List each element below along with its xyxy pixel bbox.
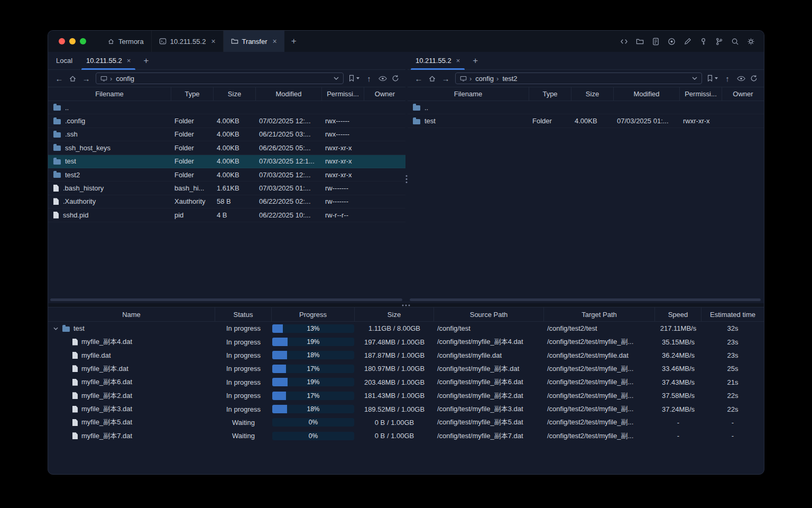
column-permissions[interactable]: Permissi...	[322, 87, 364, 101]
transfer-row[interactable]: myfile_副本2.dat In progress 17% 181.43MB …	[48, 389, 764, 402]
file-row[interactable]: .Xauthority Xauthority 58 B 06/22/2025 0…	[48, 195, 405, 208]
file-row[interactable]: ..	[408, 101, 764, 114]
column-size[interactable]: Size	[571, 87, 614, 101]
file-row[interactable]: test Folder 4.00KB 07/03/2025 01:... rwx…	[408, 114, 764, 128]
close-tab-icon[interactable]: ×	[456, 57, 460, 65]
column-name[interactable]: Name	[48, 307, 215, 321]
log-icon[interactable]	[651, 37, 660, 46]
folder-icon[interactable]	[635, 37, 644, 46]
column-type[interactable]: Type	[529, 87, 571, 101]
settings-icon[interactable]	[746, 37, 755, 46]
refresh-button[interactable]	[750, 75, 758, 82]
file-size: 4.00KB	[214, 171, 256, 179]
forward-button[interactable]: →	[81, 75, 91, 83]
bookmark-button[interactable]	[348, 75, 359, 82]
minimize-window-button[interactable]	[69, 38, 76, 44]
column-source-path[interactable]: Source Path	[434, 307, 544, 321]
close-window-button[interactable]	[59, 38, 65, 44]
column-speed[interactable]: Speed	[655, 307, 702, 321]
column-progress[interactable]: Progress	[272, 307, 355, 321]
transfer-name: test	[73, 324, 85, 332]
parent-directory-button[interactable]: ↑	[364, 75, 374, 83]
transfer-row[interactable]: test In progress 13% 1.11GB / 8.00GB /co…	[48, 322, 764, 335]
file-size: 4.00KB	[571, 117, 614, 125]
back-button[interactable]: ←	[54, 75, 64, 83]
file-row[interactable]: sshd.pid pid 4 B 06/22/2025 10:... rw-r-…	[48, 208, 405, 222]
zoom-window-button[interactable]	[80, 38, 86, 44]
file-row[interactable]: ssh_host_keys Folder 4.00KB 06/26/2025 0…	[48, 141, 405, 155]
file-row[interactable]: ..	[48, 101, 405, 114]
show-hidden-files-button[interactable]	[379, 76, 387, 81]
forward-button[interactable]: →	[441, 75, 450, 83]
tab-transfer[interactable]: Transfer ×	[224, 31, 284, 52]
file-type: Folder	[171, 117, 214, 125]
file-row[interactable]: test2 Folder 4.00KB 07/03/2025 12:... rw…	[48, 168, 405, 182]
file-icon	[72, 339, 78, 346]
file-row[interactable]: .bash_history bash_hi... 1.61KB 07/03/20…	[48, 182, 405, 195]
close-tab-icon[interactable]: ×	[127, 57, 131, 65]
tab-remote-host[interactable]: 10.211.55.2 ×	[409, 52, 467, 69]
transfer-splitter[interactable]	[48, 303, 764, 307]
parent-directory-button[interactable]: ↑	[723, 75, 732, 83]
file-row-selected[interactable]: test Folder 4.00KB 07/03/2025 12:1... rw…	[48, 155, 405, 168]
transfer-row[interactable]: myfile_副本3.dat In progress 18% 189.52MB …	[48, 402, 764, 415]
transfer-row[interactable]: myfile_副本7.dat Waiting 0% 0 B / 1.00GB /…	[48, 429, 764, 442]
column-owner[interactable]: Owner	[722, 87, 764, 101]
tab-local[interactable]: Local	[49, 52, 79, 69]
transfer-row[interactable]: myfile_副本4.dat In progress 19% 197.48MB …	[48, 335, 764, 348]
column-owner[interactable]: Owner	[364, 87, 405, 101]
chevron-down-icon[interactable]	[334, 77, 339, 80]
record-icon[interactable]	[667, 37, 676, 46]
bookmark-button[interactable]	[707, 75, 718, 82]
path-bar[interactable]: config	[96, 72, 344, 84]
code-icon[interactable]	[620, 37, 629, 46]
search-icon[interactable]	[731, 37, 740, 46]
show-hidden-files-button[interactable]	[737, 76, 745, 81]
column-type[interactable]: Type	[171, 87, 214, 101]
back-button[interactable]: ←	[414, 75, 423, 83]
collapse-chevron-icon[interactable]	[52, 327, 59, 330]
progress-bar: 18%	[272, 351, 354, 359]
transfer-row[interactable]: myfile_副本6.dat In progress 19% 203.48MB …	[48, 376, 764, 389]
edit-icon[interactable]	[683, 37, 692, 46]
transfer-row[interactable]: myfile.dat In progress 18% 187.87MB / 1.…	[48, 349, 764, 362]
file-row[interactable]: .config Folder 4.00KB 07/02/2025 12:... …	[48, 114, 405, 128]
chevron-down-icon[interactable]	[692, 77, 697, 80]
source-path: /config/test/myfile_副本2.dat	[434, 391, 544, 401]
transfer-row[interactable]: myfile_副本5.dat Waiting 0% 0 B / 1.00GB /…	[48, 416, 764, 429]
home-button[interactable]	[428, 75, 436, 83]
column-modified[interactable]: Modified	[256, 87, 322, 101]
close-tab-icon[interactable]: ×	[211, 37, 215, 46]
progress-label: 13%	[272, 324, 354, 333]
refresh-button[interactable]	[392, 75, 399, 82]
path-bar[interactable]: config test2	[455, 72, 702, 84]
key-icon[interactable]	[699, 37, 708, 46]
horizontal-scrollbar[interactable]	[410, 298, 761, 301]
column-permissions[interactable]: Permissi...	[680, 87, 722, 101]
column-estimated-time[interactable]: Estimated time	[702, 307, 764, 321]
new-connection-button[interactable]: +	[137, 52, 154, 69]
breadcrumb-item[interactable]: test2	[494, 75, 518, 83]
tab-remote-host[interactable]: 10.211.55.2 ×	[79, 52, 137, 69]
close-tab-icon[interactable]: ×	[273, 37, 277, 46]
home-button[interactable]	[69, 75, 77, 83]
new-connection-button[interactable]: +	[467, 52, 484, 69]
column-filename[interactable]: Filename	[408, 87, 529, 101]
breadcrumb-item[interactable]: config	[467, 75, 494, 83]
tab-termora[interactable]: Termora	[100, 31, 152, 52]
titlebar: Termora 10.211.55.2 × Transfer × +	[48, 31, 764, 52]
column-size[interactable]: Size	[214, 87, 256, 101]
column-filename[interactable]: Filename	[48, 87, 171, 101]
tab-ssh-session[interactable]: 10.211.55.2 ×	[152, 31, 224, 52]
breadcrumb-item[interactable]: config	[107, 75, 134, 83]
branch-icon[interactable]	[715, 37, 724, 46]
transfer-speed: 33.46MB/s	[655, 365, 702, 373]
column-size[interactable]: Size	[355, 307, 434, 321]
column-modified[interactable]: Modified	[614, 87, 680, 101]
new-tab-button[interactable]: +	[284, 31, 303, 52]
column-status[interactable]: Status	[215, 307, 272, 321]
column-target-path[interactable]: Target Path	[544, 307, 655, 321]
transfer-row[interactable]: myfile_副本.dat In progress 17% 180.97MB /…	[48, 362, 764, 375]
horizontal-scrollbar[interactable]	[50, 298, 402, 301]
file-row[interactable]: .ssh Folder 4.00KB 06/21/2025 03:... rwx…	[48, 128, 405, 141]
